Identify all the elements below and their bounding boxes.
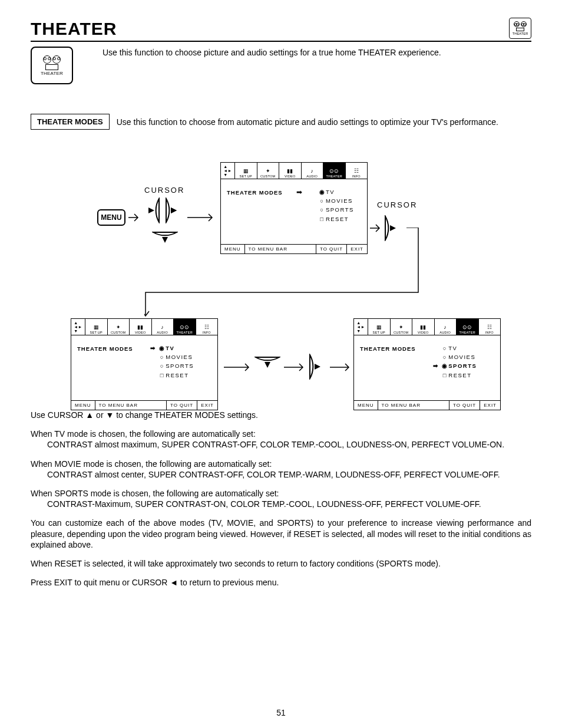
nav-arrows-icon: ▲◄►▼ (71, 319, 85, 335)
body-p2a: When TV mode is chosen, the following ar… (31, 429, 531, 439)
cursor-label: CURSOR (377, 200, 417, 209)
flow-arrow-icon (283, 362, 306, 373)
body-text: Use CURSOR ▲ or ▼ to change THEATER MODE… (31, 410, 531, 588)
body-p3b: CONTRAST almost center, SUPER CONTRAST-O… (31, 469, 531, 480)
intro-text: Use this function to choose picture and … (103, 47, 441, 57)
tab-custom: ✦CUSTOM (108, 319, 130, 335)
flow-line (144, 228, 421, 322)
theater-modes-desc: Use this function to choose from automat… (117, 117, 498, 127)
tab-setup: ▦SET UP (85, 319, 108, 335)
tab-info: ☷INFO (479, 319, 501, 335)
theater-modes-label: THEATER MODES (31, 114, 110, 130)
tab-setup: ▦SET UP (235, 163, 257, 179)
menu-heading: THEATER MODES (77, 345, 133, 352)
menu-heading: THEATER MODES (360, 345, 416, 352)
tab-row: ▲◄►▼ ▦SET UP ✦CUSTOM ▮▮VIDEO ♪AUDIO ⊙⊙TH… (221, 163, 367, 179)
theater-icon-label: THEATER (513, 32, 528, 35)
menu-screen-2: ▲◄►▼ ▦SET UP ✦CUSTOM ▮▮VIDEO ♪AUDIO ⊙⊙TH… (71, 318, 218, 410)
menu-heading: THEATER MODES (227, 189, 283, 196)
tab-audio: ♪AUDIO (302, 163, 324, 179)
theater-intro-icon: THEATER (31, 47, 73, 84)
tab-video: ▮▮VIDEO (279, 163, 302, 179)
body-p3a: When MOVIE mode is chosen, the following… (31, 459, 531, 469)
cursor-down-button[interactable] (254, 355, 280, 375)
body-p5: You can customize each of the above mode… (31, 518, 531, 550)
arrow-right-icon: ➡ (296, 188, 302, 196)
tab-theater: ⊙⊙THEATER (323, 163, 346, 179)
page-title: THEATER (31, 19, 117, 39)
menu-screen-3: ▲◄►▼ ▦SET UP ✦CUSTOM ▮▮VIDEO ♪AUDIO ⊙⊙TH… (353, 318, 501, 410)
tab-theater: ⊙⊙THEATER (457, 319, 479, 335)
cursor-right-button[interactable] (164, 197, 184, 223)
tab-custom: ✦CUSTOM (257, 163, 280, 179)
tab-audio: ♪AUDIO (435, 319, 457, 335)
theater-icon-label: THEATER (41, 71, 63, 76)
menu-button[interactable]: MENU (97, 209, 125, 226)
body-p4a: When SPORTS mode is chosen, the followin… (31, 488, 531, 499)
body-p4b: CONTRAST-Maximum, SUPER CONTRAST-ON, COL… (31, 499, 531, 509)
intro-row: THEATER Use this function to choose pict… (31, 47, 531, 84)
tab-info: ☷INFO (346, 163, 368, 179)
cursor-right-button[interactable] (308, 354, 328, 380)
cursor-left-button[interactable] (141, 197, 161, 223)
flow-arrow-icon (127, 212, 141, 223)
page-number: 51 (0, 708, 562, 717)
body-p1: Use CURSOR ▲ or ▼ to change THEATER MODE… (31, 410, 531, 420)
body-p6: When RESET is selected, it will take app… (31, 558, 531, 569)
cursor-label: CURSOR (144, 186, 184, 195)
body-p7: Press EXIT to quit menu or CURSOR ◄ to r… (31, 577, 531, 588)
body-p2b: CONTRAST almost maximum, SUPER CONTRAST-… (31, 439, 531, 450)
flow-arrow-icon (329, 362, 352, 373)
flow-arrow-icon (223, 362, 252, 373)
theater-icon: THEATER (509, 18, 531, 39)
flow-arrow-icon (186, 212, 216, 223)
menu-options: ◉TV ○MOVIES ○SPORTS □RESET (319, 187, 354, 223)
page-header: THEATER THEATER (31, 18, 531, 42)
nav-arrows-icon: ▲◄►▼ (221, 163, 235, 179)
theater-modes-row: THEATER MODES Use this function to choos… (31, 114, 531, 130)
